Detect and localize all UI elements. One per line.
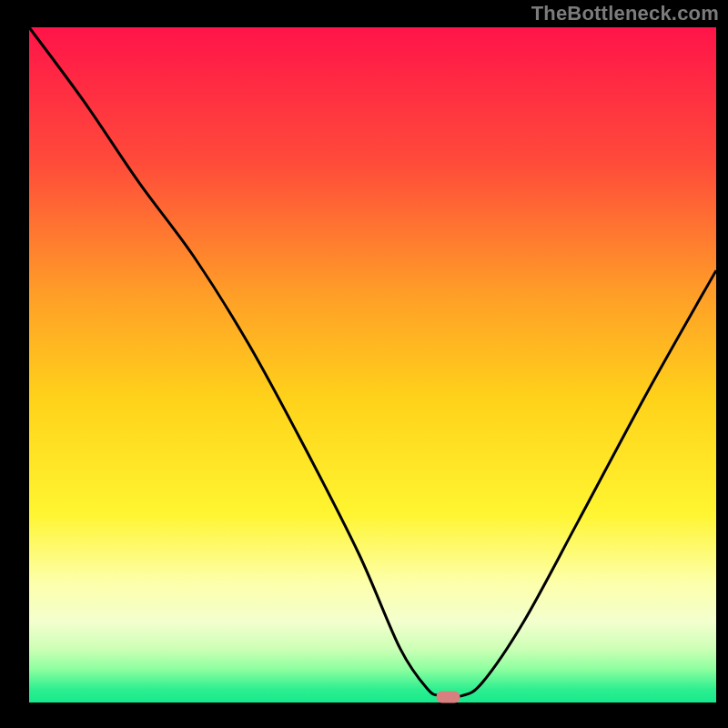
- chart-container: TheBottleneck.com: [0, 0, 728, 728]
- bottleneck-chart: [0, 0, 728, 728]
- plot-background: [29, 27, 716, 703]
- watermark-text: TheBottleneck.com: [531, 2, 719, 25]
- optimum-marker: [437, 692, 460, 703]
